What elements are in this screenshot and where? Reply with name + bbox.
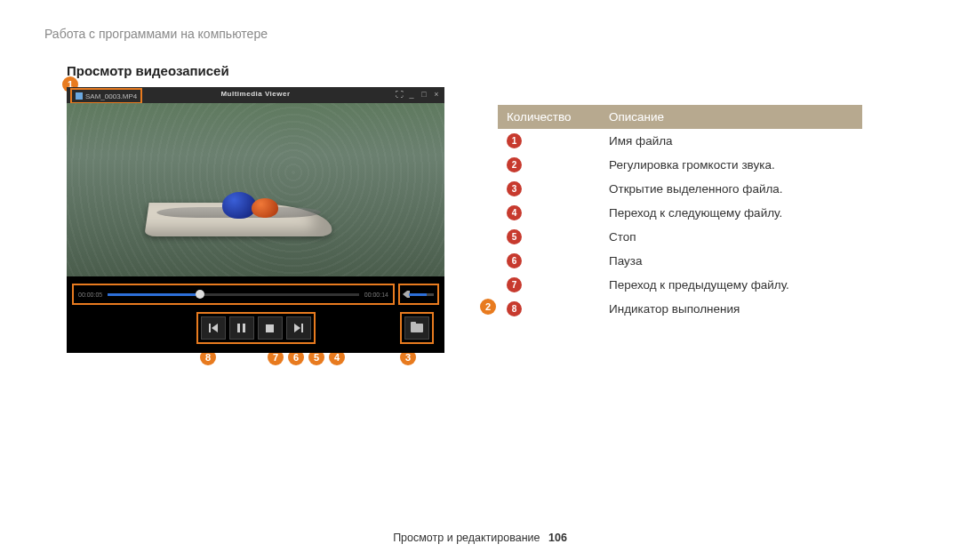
row-desc: Имя файла (600, 129, 862, 153)
viewer-illustration: 1 2 3 4 5 6 7 8 SAM_0003.MP4 Multimedia … (44, 87, 444, 353)
row-desc: Переход к предыдущему файлу. (600, 273, 862, 297)
viewer-title: Multimedia Viewer (220, 90, 290, 98)
row-desc: Открытие выделенного файла. (600, 177, 862, 201)
row-desc: Регулировка громкости звука. (600, 153, 862, 177)
multimedia-viewer-window: SAM_0003.MP4 Multimedia Viewer ⛶ _ □ × (67, 87, 444, 353)
table-row: 2Регулировка громкости звука. (498, 153, 862, 177)
legend-table: Количество Описание 1Имя файла2Регулиров… (498, 105, 862, 321)
next-button[interactable] (286, 316, 311, 340)
transport-group (196, 312, 316, 344)
legend-table-col: Количество Описание 1Имя файла2Регулиров… (498, 87, 862, 353)
speaker-icon (403, 291, 407, 298)
time-elapsed: 00:00:05 (78, 292, 102, 298)
prev-icon (209, 324, 218, 332)
next-icon (294, 324, 303, 332)
volume-control[interactable] (398, 284, 439, 305)
row-number-badge: 3 (507, 181, 522, 196)
open-file-group (400, 312, 434, 344)
row-number-badge: 6 (507, 253, 522, 268)
transport-buttons (72, 312, 439, 344)
minimize-icon[interactable]: _ (407, 90, 416, 99)
row-number-badge: 4 (507, 205, 522, 220)
pause-icon (237, 324, 245, 332)
controls-bar: 00:00:05 00:00:14 (67, 276, 444, 353)
table-row: 4Переход к следующему файлу. (498, 201, 862, 225)
viewer-titlebar: SAM_0003.MP4 Multimedia Viewer ⛶ _ □ × (67, 87, 444, 103)
bag-orange (252, 198, 278, 218)
table-row: 3Открытие выделенного файла. (498, 177, 862, 201)
progress-thumb[interactable] (196, 290, 204, 299)
folder-icon (411, 324, 423, 332)
table-row: 6Пауза (498, 249, 862, 273)
volume-track[interactable] (409, 293, 434, 296)
callout-2: 2 (480, 299, 496, 315)
breadcrumb: Работа с программами на компьютере (44, 27, 916, 41)
fullscreen-icon[interactable]: ⛶ (395, 90, 404, 99)
page-footer: Просмотр и редактирование 106 (0, 532, 960, 544)
section-title: Просмотр видеозаписей (67, 63, 916, 78)
row-desc: Стоп (600, 225, 862, 249)
row-desc: Переход к следующему файлу. (600, 201, 862, 225)
prev-button[interactable] (201, 316, 226, 340)
progress-fill (108, 293, 196, 296)
stop-button[interactable] (258, 316, 283, 340)
progress-track[interactable] (108, 293, 359, 296)
row-desc: Пауза (600, 249, 862, 273)
filename-label: SAM_0003.MP4 (85, 92, 137, 100)
file-icon (76, 92, 83, 100)
row-number-badge: 5 (507, 229, 522, 244)
row-number-badge: 1 (507, 133, 522, 148)
row-desc: Индикатор выполнения (600, 297, 862, 321)
progress-row: 00:00:05 00:00:14 (72, 284, 439, 305)
th-desc: Описание (600, 105, 862, 129)
row-number-badge: 2 (507, 157, 522, 172)
stop-icon (266, 324, 274, 332)
open-file-button[interactable] (404, 316, 429, 340)
video-area (67, 103, 444, 276)
window-controls: ⛶ _ □ × (395, 90, 441, 99)
table-row: 8Индикатор выполнения (498, 297, 862, 321)
maximize-icon[interactable]: □ (420, 90, 428, 99)
table-row: 1Имя файла (498, 129, 862, 153)
th-number: Количество (498, 105, 600, 129)
row-number-badge: 7 (507, 277, 522, 292)
footer-text: Просмотр и редактирование (393, 532, 540, 544)
close-icon[interactable]: × (432, 90, 441, 99)
table-row: 5Стоп (498, 225, 862, 249)
pause-button[interactable] (229, 316, 254, 340)
filename-box: SAM_0003.MP4 (70, 88, 142, 104)
page-number: 106 (548, 532, 567, 544)
boat-image (147, 188, 333, 236)
table-row: 7Переход к предыдущему файлу. (498, 273, 862, 297)
progress-indicator[interactable]: 00:00:05 00:00:14 (72, 284, 395, 305)
time-total: 00:00:14 (364, 292, 388, 298)
row-number-badge: 8 (507, 301, 522, 316)
